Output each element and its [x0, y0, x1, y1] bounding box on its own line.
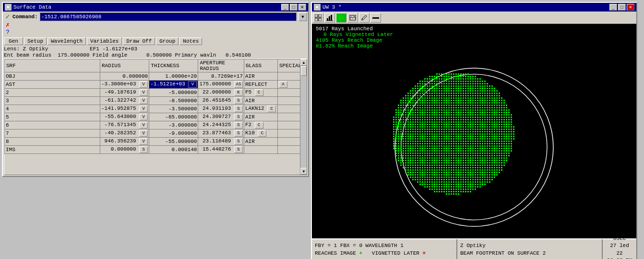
draw-off-button[interactable]: Draw Off	[123, 37, 155, 45]
toolbar-chart-button[interactable]	[324, 13, 335, 23]
surface-data-titlebar: ■ Surface Data _ □ ✕	[3, 3, 308, 12]
status-fby-line: FBY = 1 FBX = 0 WAVELENGTH 1	[315, 242, 453, 249]
cell-srf: 6	[5, 121, 100, 130]
variables-button[interactable]: Variables	[87, 37, 122, 45]
command-dropdown-button[interactable]: ▼	[298, 12, 307, 21]
cell-glass: AIR	[244, 138, 278, 146]
command-input[interactable]	[40, 12, 297, 21]
cell-aperture: 24.931193 S	[198, 105, 244, 113]
footprint-canvas	[390, 54, 558, 236]
rays-vignetted-text: 0 Rays Vignetted Later	[316, 32, 632, 37]
aperture-s-btn[interactable]: S	[234, 106, 243, 112]
radius-v-btn[interactable]: V	[139, 122, 148, 129]
radius-v-button[interactable]: V	[139, 81, 148, 88]
status-left: FBY = 1 FBX = 0 WAVELENGTH 1 REACHES IMA…	[312, 239, 457, 259]
toolbar-bar-button[interactable]	[370, 13, 381, 23]
svg-rect-3	[319, 18, 322, 21]
status-right: Z Optiky BEAM FOOTPRINT ON SURFACE 2	[457, 239, 603, 259]
radius-v-btn[interactable]: V	[139, 114, 148, 120]
cross-symbol: ×	[422, 250, 426, 256]
glass-c-btn[interactable]: C	[267, 106, 276, 112]
table-row: 7 -40.282352 V -9.000000 23.877463 S K10…	[5, 130, 307, 138]
svg-rect-5	[329, 16, 330, 21]
table-row: AST -3.3000e+03 V -1.5121e+03 V 175.0000…	[5, 81, 307, 89]
uw3-close-button[interactable]: ✕	[627, 4, 634, 11]
green-circle-icon	[338, 14, 345, 21]
oslc-time: 06:32 PM	[606, 257, 633, 259]
glass-c-btn[interactable]: C	[258, 130, 266, 137]
maximize-button[interactable]: □	[290, 4, 298, 11]
table-row: 5 -55.643000 V -65.000000 24.309727 S AI…	[5, 113, 307, 121]
close-button[interactable]: ✕	[298, 4, 306, 11]
special-a-button[interactable]: A	[279, 81, 287, 88]
svg-rect-1	[319, 14, 322, 17]
toolbar-image-button[interactable]	[347, 13, 358, 23]
cell-aperture: 23.116489 S	[198, 138, 244, 146]
radius-v-btn[interactable]: V	[139, 97, 148, 104]
aperture-s-btn[interactable]: S	[234, 138, 243, 145]
status-lens-line: Z Optiky	[460, 242, 599, 249]
cell-radius: 946.356239 V	[100, 138, 149, 146]
glass-c-btn[interactable]: C	[255, 122, 263, 129]
minimize-button[interactable]: _	[281, 4, 289, 11]
command-area: ✓ ✗ ? Command: ▼	[4, 12, 307, 36]
notes-button[interactable]: Notes	[179, 37, 202, 45]
toolbar-grid-button[interactable]	[313, 13, 323, 23]
uw3-minimize-button[interactable]: _	[609, 4, 617, 11]
aperture-as-button[interactable]: AS	[234, 81, 243, 88]
table-row: 2 -49.187619 V -5.000000 22.000000 K F5 …	[5, 89, 307, 97]
radius-v-btn[interactable]: V	[139, 106, 148, 112]
table-row: 8 946.356239 V -55.000000 23.116489 S AI…	[5, 138, 307, 146]
grid-icon	[315, 14, 322, 21]
glass-c-btn[interactable]: C	[255, 89, 263, 96]
radius-s-btn[interactable]: S	[139, 146, 148, 153]
svg-rect-4	[327, 18, 328, 21]
cell-thickness: 1.0000e+20	[149, 72, 198, 81]
question-icon: ?	[4, 29, 12, 36]
svg-rect-2	[315, 18, 318, 21]
uw3-maximize-button[interactable]: □	[618, 4, 626, 11]
cell-radius: -141.952875 V	[100, 105, 149, 113]
surface-data-title: Surface Data	[13, 4, 51, 10]
vertical-scrollbar[interactable]: ▲ ▼	[300, 59, 307, 175]
radius-v-btn[interactable]: V	[139, 89, 148, 96]
oslc-date: 27 led 22	[606, 242, 633, 257]
cell-thickness: 0.000140	[149, 146, 198, 154]
rays-launched-text: 5017 Rays Launched	[316, 26, 632, 32]
wavelength-button[interactable]: Wavelength	[48, 37, 86, 45]
radius-v-btn[interactable]: V	[139, 138, 148, 145]
rays-reach-text: 4105 Rays Reach Image	[316, 37, 632, 43]
status-reaches-line: REACHES IMAGE + VIGNETTED LATER ×	[315, 250, 453, 257]
cell-aperture: 24.309727 S	[198, 113, 244, 121]
toolbar-green-circle-button[interactable]	[336, 13, 346, 23]
cell-glass: REFLECT	[244, 81, 278, 89]
cell-thickness: -9.000000	[149, 130, 198, 138]
cell-thickness: -3.000000	[149, 121, 198, 130]
aperture-s-btn[interactable]: S	[234, 97, 243, 104]
aperture-s-btn[interactable]: S	[234, 114, 243, 120]
cell-srf: 4	[5, 105, 100, 113]
scroll-up-arrow[interactable]: ▲	[300, 59, 307, 66]
uw3-toolbar	[312, 12, 636, 24]
aperture-s-btn[interactable]: S	[234, 122, 243, 129]
table-row: IMS 0.000000 S 0.000140 15.448276 S	[5, 146, 307, 154]
aperture-k-btn[interactable]: K	[234, 89, 243, 96]
uw3-window-icon: ■	[314, 4, 321, 11]
toolbar-pencil-button[interactable]	[359, 13, 370, 23]
data-table-container: SRF RADIUS THICKNESS APERTURE RADIUS GLA…	[4, 59, 307, 175]
group-button[interactable]: Group	[156, 37, 179, 45]
cell-glass	[244, 146, 278, 154]
radius-v-btn[interactable]: V	[139, 130, 148, 137]
command-label: Command:	[12, 14, 38, 20]
setup-button[interactable]: Setup	[24, 37, 47, 45]
cell-glass: AIR	[244, 97, 278, 105]
svg-rect-12	[372, 17, 379, 19]
aperture-s-btn[interactable]: S	[234, 146, 243, 153]
svg-marker-10	[362, 15, 367, 20]
scroll-thumb[interactable]	[301, 66, 307, 76]
aperture-s-btn[interactable]: S	[234, 130, 243, 137]
uw3-titlebar: ■ UW 3 * _ □ ✕	[312, 3, 636, 12]
gen-button[interactable]: Gen	[4, 37, 23, 45]
scroll-down-arrow[interactable]: ▼	[300, 168, 307, 175]
thickness-v-button[interactable]: V	[188, 81, 197, 88]
